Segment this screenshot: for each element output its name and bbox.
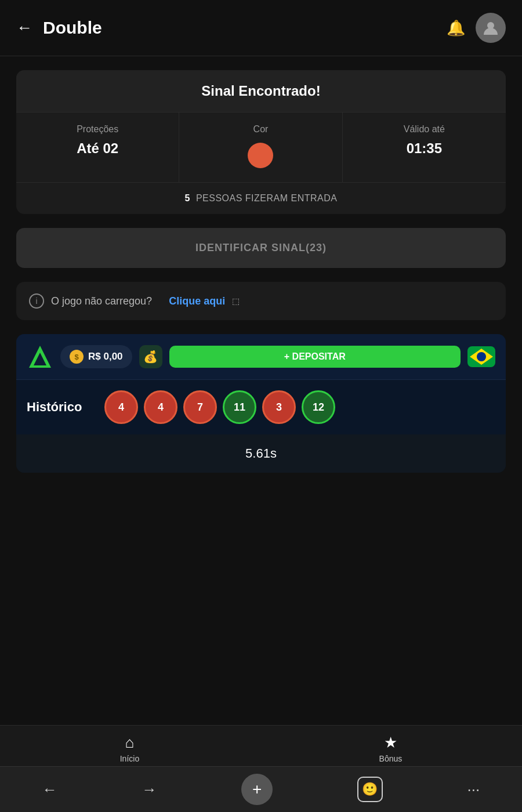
signal-card: Sinal Encontrado! Proteções Até 02 Cor V… (16, 70, 506, 214)
signal-header: Sinal Encontrado! (16, 70, 506, 113)
nav-item-bonus[interactable]: ★ Bônus (379, 734, 403, 763)
people-count: 5 (185, 193, 190, 203)
deposit-button[interactable]: + DEPOSITAR (169, 346, 461, 368)
timer-bar: 5.61s (16, 434, 506, 473)
history-ball: 7 (183, 390, 217, 424)
cor-label: Cor (188, 124, 332, 135)
history-ball: 12 (302, 390, 335, 424)
page-title: Double (43, 18, 102, 38)
back-button[interactable]: ← (16, 19, 32, 37)
protecoes-value: Até 02 (26, 140, 169, 157)
bottom-nav: ⌂ Início ★ Bônus (0, 725, 522, 771)
historico-label: Histórico (27, 400, 96, 415)
game-toolbar: $ R$ 0,00 💰 + DEPOSITAR (16, 334, 506, 380)
signal-grid: Proteções Até 02 Cor Válido até 01:35 (16, 113, 506, 182)
balance-area: $ R$ 0,00 (60, 345, 132, 368)
history-balls: 44711312 (104, 390, 335, 424)
protecoes-cell: Proteções Até 02 (16, 113, 179, 182)
valido-label: Válido até (352, 124, 496, 135)
home-icon: ⌂ (125, 734, 135, 752)
avatar[interactable] (476, 13, 506, 43)
history-ball: 11 (223, 390, 256, 424)
history-ball: 4 (104, 390, 138, 424)
info-bar: i O jogo não carregou? Clique aqui ⬚ (16, 282, 506, 320)
browser-bar: ← → + 🙂 ··· (0, 766, 522, 812)
signal-footer: 5 PESSOAS FIZERAM ENTRADA (16, 182, 506, 214)
info-link[interactable]: Clique aqui (169, 295, 225, 307)
history-ball: 3 (262, 390, 296, 424)
historico-row: Histórico 44711312 (16, 380, 506, 434)
divider (0, 56, 522, 56)
history-ball: 4 (144, 390, 177, 424)
nav-right: 🔔 (447, 13, 506, 43)
valido-cell: Válido até 01:35 (343, 113, 506, 182)
nav-left: ← Double (16, 18, 102, 38)
browser-add-button[interactable]: + (241, 774, 273, 805)
cor-cell: Cor (179, 113, 342, 182)
browser-emoji-button[interactable]: 🙂 (357, 777, 383, 802)
balance-text: R$ 0,00 (88, 351, 123, 362)
game-area: $ R$ 0,00 💰 + DEPOSITAR Histórico 447113… (16, 334, 506, 473)
browser-back-button[interactable]: ← (42, 781, 57, 799)
signal-title: Sinal Encontrado! (201, 83, 320, 99)
wallet-button[interactable]: 💰 (139, 345, 162, 368)
bell-icon[interactable]: 🔔 (447, 19, 465, 37)
top-nav: ← Double 🔔 (0, 0, 522, 56)
people-text: 5 PESSOAS FIZERAM ENTRADA (185, 193, 338, 203)
home-label: Início (120, 754, 139, 763)
nav-item-home[interactable]: ⌂ Início (120, 734, 139, 763)
svg-point-5 (477, 352, 486, 361)
info-icon: i (29, 293, 44, 309)
info-text: O jogo não carregou? (51, 295, 152, 307)
browser-forward-button[interactable]: → (142, 781, 157, 799)
star-icon: ★ (384, 734, 397, 752)
timer-text: 5.61s (245, 446, 277, 461)
brand-logo (27, 343, 53, 370)
browser-more-button[interactable]: ··· (467, 781, 480, 799)
bonus-label: Bônus (379, 754, 403, 763)
valido-value: 01:35 (352, 140, 496, 157)
protecoes-label: Proteções (26, 124, 169, 135)
flag-button[interactable] (467, 346, 495, 367)
people-label: PESSOAS FIZERAM ENTRADA (196, 193, 338, 203)
coin-icon: $ (70, 350, 84, 364)
external-link-icon: ⬚ (232, 296, 240, 306)
cor-dot (248, 143, 273, 168)
identify-button[interactable]: IDENTIFICAR SINAL(23) (16, 228, 506, 268)
